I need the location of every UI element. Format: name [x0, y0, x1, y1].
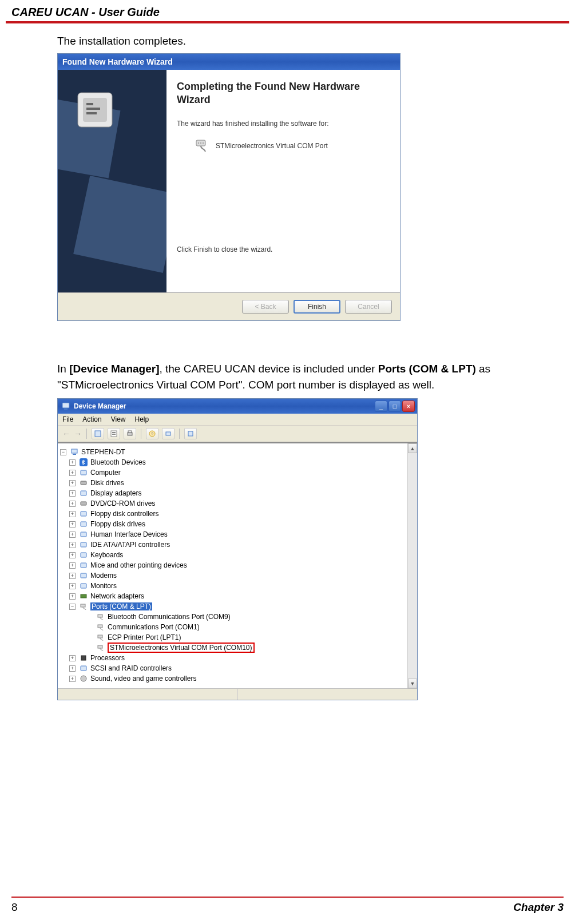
page-footer: 8 Chapter 3	[0, 897, 575, 914]
expand-icon[interactable]: +	[69, 665, 76, 672]
tree-node-label: Bluetooth Devices	[90, 458, 146, 466]
minimize-button[interactable]: _	[375, 400, 387, 412]
tree-node[interactable]: +Human Interface Devices	[60, 529, 405, 540]
cancel-button: Cancel	[345, 300, 392, 314]
devmgr-toolbar: ← → ?	[58, 426, 417, 442]
back-button: < Back	[242, 300, 289, 314]
expand-icon[interactable]: +	[69, 490, 76, 497]
svg-rect-13	[64, 409, 68, 410]
expand-icon[interactable]: −	[60, 449, 66, 455]
tree-node[interactable]: +Floppy disk drives	[60, 519, 405, 529]
expand-icon[interactable]: +	[69, 676, 76, 682]
tree-leaf[interactable]: ECP Printer Port (LPT1)	[60, 632, 405, 643]
svg-point-47	[81, 676, 86, 681]
scroll-down-icon[interactable]: ▼	[408, 679, 417, 688]
expand-icon[interactable]: +	[69, 459, 76, 466]
tree-node-icon	[96, 633, 105, 642]
tree-node[interactable]: +Computer	[60, 467, 405, 478]
menu-file[interactable]: File	[62, 415, 73, 423]
wizard-body: Completing the Found New Hardware Wizard…	[58, 70, 400, 293]
close-button[interactable]: ×	[402, 400, 415, 412]
toolbar-btn-scan[interactable]	[162, 428, 175, 439]
expand-icon[interactable]: +	[69, 511, 76, 517]
wizard-subtext: The wizard has finished installing the s…	[177, 120, 390, 128]
tree-node-ports[interactable]: −Ports (COM & LPT)	[60, 601, 405, 612]
expand-icon[interactable]: +	[69, 542, 76, 548]
svg-rect-46	[81, 666, 86, 671]
expand-icon[interactable]: +	[69, 552, 76, 558]
tree-node-icon	[79, 499, 88, 508]
wizard-button-row: < Back Finish Cancel	[58, 293, 400, 320]
tree-node-label: Human Interface Devices	[90, 530, 168, 538]
tree-node-label: Sound, video and game controllers	[90, 675, 196, 683]
toolbar-btn-print[interactable]	[124, 428, 136, 439]
tree-node[interactable]: +Monitors	[60, 581, 405, 591]
expand-icon[interactable]: +	[69, 480, 76, 486]
tree-node[interactable]: +IDE ATA/ATAPI controllers	[60, 540, 405, 550]
footer-divider	[11, 897, 564, 898]
svg-rect-27	[81, 470, 86, 475]
menu-view[interactable]: View	[111, 415, 126, 423]
tree-node[interactable]: +Bluetooth Devices	[60, 457, 405, 467]
expand-icon[interactable]: +	[69, 573, 76, 579]
intro-text-1: The installation completes.	[57, 35, 564, 47]
svg-rect-30	[81, 502, 86, 505]
wizard-footnote: Click Finish to close the wizard.	[177, 245, 390, 253]
nav-back-icon: ←	[62, 429, 70, 438]
expand-icon[interactable]: −	[69, 604, 76, 610]
toolbar-btn-help[interactable]: ?	[146, 428, 158, 439]
tree-node-label: Disk drives	[90, 479, 124, 487]
expand-icon[interactable]: +	[69, 501, 76, 507]
tree-node[interactable]: +Modems	[60, 570, 405, 581]
tree-leaf[interactable]: STMicroelectronics Virtual COM Port (COM…	[60, 643, 405, 653]
tree-node[interactable]: +Processors	[60, 653, 405, 663]
expand-icon[interactable]: +	[69, 521, 76, 528]
devmgr-tree[interactable]: −STEPHEN-DT+Bluetooth Devices+Computer+D…	[58, 443, 407, 688]
tree-node-icon	[79, 489, 88, 498]
svg-point-11	[203, 142, 204, 144]
tree-node[interactable]: +Display adapters	[60, 488, 405, 498]
svg-rect-42	[98, 625, 102, 628]
toolbar-sep2	[141, 429, 141, 439]
tree-node-label: Monitors	[90, 582, 117, 590]
device-manager-window: Device Manager _ □ × File Action View He…	[57, 398, 418, 700]
tree-node[interactable]: +SCSI and RAID controllers	[60, 663, 405, 673]
wizard-heading: Completing the Found New Hardware Wizard	[177, 80, 390, 107]
expand-icon[interactable]: +	[69, 655, 76, 661]
tree-node[interactable]: +Mice and other pointing devices	[60, 560, 405, 570]
expand-icon[interactable]: +	[69, 532, 76, 538]
menu-help[interactable]: Help	[135, 415, 149, 423]
maximize-button[interactable]: □	[388, 400, 401, 412]
tree-node[interactable]: +Keyboards	[60, 550, 405, 560]
tree-node[interactable]: +Floppy disk controllers	[60, 509, 405, 519]
expand-icon[interactable]: +	[69, 562, 76, 569]
tree-node[interactable]: +DVD/CD-ROM drives	[60, 498, 405, 509]
toolbar-btn-1[interactable]	[92, 428, 104, 439]
tree-leaf-highlight: STMicroelectronics Virtual COM Port (COM…	[108, 643, 255, 653]
tree-root[interactable]: −STEPHEN-DT	[60, 447, 405, 457]
p2-pre: In	[57, 363, 69, 375]
tree-leaf[interactable]: Bluetooth Communications Port (COM9)	[60, 612, 405, 622]
expand-icon[interactable]: +	[69, 593, 76, 600]
svg-rect-34	[81, 542, 86, 547]
tree-node[interactable]: +Network adapters	[60, 591, 405, 601]
svg-rect-33	[81, 532, 86, 537]
expand-icon[interactable]: +	[69, 583, 76, 589]
p2-mid: , the CAREU UCAN device is included unde…	[159, 363, 378, 375]
finish-button[interactable]: Finish	[294, 300, 340, 314]
scroll-up-icon[interactable]: ▲	[408, 443, 417, 453]
tree-node[interactable]: +Disk drives	[60, 478, 405, 488]
wizard-device-row: STMicroelectronics Virtual COM Port	[177, 138, 390, 154]
svg-rect-36	[81, 563, 86, 568]
svg-rect-31	[81, 511, 86, 516]
expand-icon[interactable]: +	[69, 470, 76, 476]
chapter-label: Chapter 3	[513, 901, 564, 914]
tree-node[interactable]: +Sound, video and game controllers	[60, 673, 405, 684]
menu-action[interactable]: Action	[82, 415, 101, 423]
toolbar-btn-6[interactable]	[184, 428, 197, 439]
vertical-scrollbar[interactable]: ▲ ▼	[407, 443, 417, 688]
tree-node-label: Mice and other pointing devices	[90, 561, 187, 569]
tree-node-icon	[79, 468, 88, 477]
toolbar-btn-properties[interactable]	[108, 428, 120, 439]
tree-leaf[interactable]: Communications Port (COM1)	[60, 622, 405, 632]
